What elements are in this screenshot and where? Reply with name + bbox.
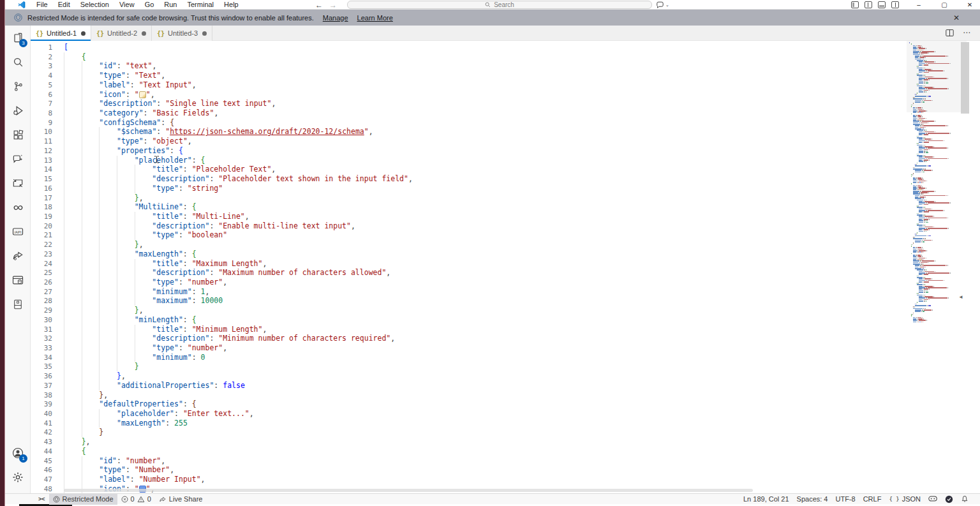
code-line-25[interactable]: 25"description": "Maximum number of char… [31, 268, 980, 278]
menu-terminal[interactable]: Terminal [183, 0, 219, 10]
cursor-position-status[interactable]: Ln 189, Col 21 [739, 494, 793, 505]
activity-package-icon[interactable] [5, 292, 31, 316]
code-line-23[interactable]: 23"maxLength": { [31, 249, 980, 259]
minimap[interactable] [909, 42, 959, 489]
close-button[interactable]: ✕ [957, 0, 980, 10]
code-line-26[interactable]: 26"type": "number", [31, 278, 980, 287]
activity-search-icon[interactable] [5, 50, 31, 74]
menu-edit[interactable]: Edit [54, 0, 75, 10]
more-actions-button[interactable]: ⋯ [963, 29, 971, 37]
toggle-secondary-sidebar-button[interactable] [878, 1, 886, 8]
code-line-5[interactable]: 5"label": "Text Input", [31, 80, 980, 90]
code-line-2[interactable]: 2{ [31, 52, 980, 62]
eol-status[interactable]: CRLF [859, 494, 886, 505]
minimize-button[interactable]: – [906, 0, 932, 10]
dirty-indicator[interactable] [81, 31, 85, 36]
code-line-28[interactable]: 28"maximum": 10000 [31, 296, 980, 306]
customize-layout-button[interactable] [891, 1, 899, 8]
code-line-37[interactable]: 37"additionalProperties": false [31, 381, 980, 391]
code-line-9[interactable]: 9"configSchema": { [31, 118, 980, 128]
code-line-11[interactable]: 11"type": "object", [31, 137, 980, 146]
code-line-32[interactable]: 32"description": "Minimum number of char… [31, 334, 980, 343]
menu-view[interactable]: View [115, 0, 139, 10]
code-line-36[interactable]: 36}, [31, 371, 980, 381]
code-line-21[interactable]: 21"type": "boolean" [31, 230, 980, 240]
menu-selection[interactable]: Selection [76, 0, 114, 10]
code-line-46[interactable]: 46"type": "Number", [31, 465, 980, 475]
activity-extensions-icon[interactable] [5, 123, 31, 147]
banner-close-icon[interactable]: ✕ [953, 13, 960, 22]
activity-account-icon[interactable]: 1 [5, 441, 31, 465]
code-line-41[interactable]: 41"maxLength": 255 [31, 419, 980, 428]
vertical-scrollbar[interactable] [961, 42, 969, 114]
remote-indicator[interactable]: >< [34, 494, 49, 505]
toggle-panel-button[interactable] [865, 1, 872, 8]
activity-explorer-icon[interactable]: 3 [5, 26, 31, 50]
activity-source-control-icon[interactable] [5, 74, 31, 98]
code-line-29[interactable]: 29}, [31, 306, 980, 315]
activity-database-icon[interactable] [5, 268, 31, 292]
search-input[interactable]: Search [347, 1, 652, 9]
code-line-43[interactable]: 43}, [31, 437, 980, 447]
code-line-39[interactable]: 39"defaultProperties": { [31, 399, 980, 409]
banner-manage-link[interactable]: Manage [323, 14, 348, 22]
code-line-33[interactable]: 33"type": "number", [31, 343, 980, 353]
menu-go[interactable]: Go [140, 0, 159, 10]
code-editor[interactable]: 1[2{3"id": "text",4"type": "Text",5"labe… [31, 41, 980, 493]
code-line-10[interactable]: 10"$schema": "https://json-schema.org/dr… [31, 127, 980, 137]
code-line-16[interactable]: 16"type": "string" [31, 184, 980, 193]
menu-file[interactable]: File [32, 0, 52, 10]
menu-run[interactable]: Run [160, 0, 181, 10]
code-line-31[interactable]: 31"title": "Minimum Length", [31, 325, 980, 334]
activity-settings-gear-icon[interactable] [5, 465, 31, 489]
activity-run-debug-icon[interactable] [5, 98, 31, 123]
nav-forward-button[interactable]: → [329, 1, 337, 10]
code-line-3[interactable]: 3"id": "text", [31, 61, 980, 71]
code-line-42[interactable]: 42} [31, 428, 980, 437]
code-line-24[interactable]: 24"title": "Maximum Length", [31, 259, 980, 269]
encoding-status[interactable]: UTF-8 [831, 494, 859, 505]
banner-learn-more-link[interactable]: Learn More [357, 14, 393, 22]
code-line-13[interactable]: 13"placeholder": { [31, 156, 980, 165]
activity-chat-icon[interactable] [5, 147, 31, 171]
code-line-44[interactable]: 44{ [31, 447, 980, 456]
live-share-status[interactable]: Live Share [155, 494, 207, 505]
activity-remote-explorer-icon[interactable] [5, 171, 31, 195]
tab-untitled-2[interactable]: {}Untitled-2 [91, 26, 152, 41]
code-line-7[interactable]: 7"description": "Single line text input"… [31, 99, 980, 108]
nav-back-button[interactable]: ← [315, 1, 323, 10]
code-line-6[interactable]: 6"icon": "📝", [31, 90, 980, 100]
code-line-18[interactable]: 18"MultiLine": { [31, 202, 980, 212]
dirty-indicator[interactable] [202, 31, 207, 36]
code-line-34[interactable]: 34"minimum": 0 [31, 353, 980, 362]
tab-untitled-3[interactable]: {}Untitled-3 [152, 26, 212, 41]
copilot-menu-button[interactable]: ⌄ [656, 1, 672, 9]
split-editor-button[interactable] [946, 29, 954, 37]
code-line-27[interactable]: 27"minimum": 1, [31, 287, 980, 297]
language-mode-status[interactable]: { } JSON [885, 494, 924, 505]
code-line-8[interactable]: 8"category": "Basic Fields", [31, 108, 980, 118]
code-line-4[interactable]: 4"type": "Text", [31, 71, 980, 80]
maximize-button[interactable]: ▢ [932, 0, 957, 10]
code-line-14[interactable]: 14"title": "Placeholder Text", [31, 165, 980, 174]
notifications-bell-icon[interactable] [957, 494, 972, 505]
code-line-17[interactable]: 17}, [31, 193, 980, 203]
problems-status[interactable]: 0 0 [117, 494, 155, 505]
activity-live-share-icon[interactable] [5, 244, 31, 268]
code-line-38[interactable]: 38}, [31, 391, 980, 400]
code-line-30[interactable]: 30"minLength": { [31, 315, 980, 325]
code-line-1[interactable]: 1[ [31, 43, 980, 52]
dirty-indicator[interactable] [142, 31, 146, 36]
code-line-35[interactable]: 35} [31, 362, 980, 371]
extension-status-icon[interactable] [941, 494, 957, 505]
code-line-47[interactable]: 47"label": "Number Input", [31, 475, 980, 484]
menu-help[interactable]: Help [219, 0, 243, 10]
code-line-40[interactable]: 40"placeholder": "Enter text...", [31, 409, 980, 419]
activity-infinity-icon[interactable] [5, 195, 31, 220]
code-line-22[interactable]: 22}, [31, 240, 980, 249]
restricted-mode-status[interactable]: Restricted Mode [49, 494, 117, 505]
horizontal-scrollbar[interactable] [64, 489, 753, 492]
toggle-primary-sidebar-button[interactable] [851, 1, 859, 8]
code-line-19[interactable]: 19"title": "Multi-Line", [31, 212, 980, 221]
tab-untitled-1[interactable]: {}Untitled-1 [31, 26, 91, 41]
